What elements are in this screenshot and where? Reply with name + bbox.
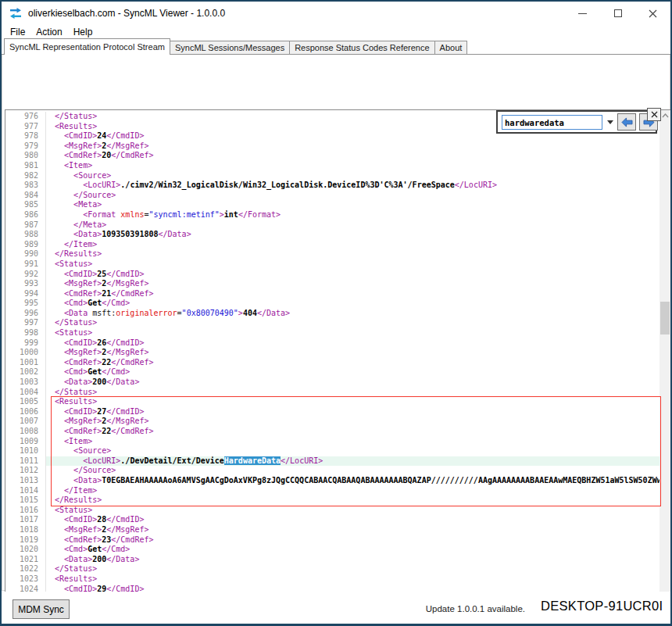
code-line: 1022 </Status> [5, 564, 659, 574]
code-line: 996 <Data msft:originalerror="0x80070490… [5, 309, 659, 319]
search-input[interactable] [502, 115, 602, 130]
line-number: 1002 [5, 367, 46, 377]
code-line: 1020 <Cmd>Get</Cmd> [5, 545, 659, 555]
tab-status-codes[interactable]: Response Status Codes Reference [289, 41, 434, 55]
line-number: 1009 [5, 437, 46, 447]
app-window: oliverkieselbach.com - SyncML Viewer - 1… [0, 0, 672, 626]
code-line: 1009 <Item> [5, 437, 659, 447]
find-previous-button[interactable] [617, 113, 636, 131]
code-line: 993 <MsgRef>2</MsgRef> [5, 279, 659, 289]
line-number: 1012 [5, 466, 46, 476]
update-available-text: Update 1.0.0.1 available. [426, 604, 525, 613]
app-sync-arrows-icon [9, 7, 22, 20]
close-icon [651, 111, 658, 118]
maximize-icon [614, 9, 622, 17]
tab-strip: SyncML Representation Protocol Stream Sy… [2, 39, 670, 55]
line-number: 986 [5, 210, 46, 220]
tab-about[interactable]: About [434, 41, 468, 55]
code-line: 999 <CmdID>26</CmdID> [5, 338, 659, 349]
vertical-scroll-thumb[interactable] [660, 302, 670, 334]
line-number: 1000 [5, 348, 46, 358]
maximize-button[interactable] [600, 2, 635, 25]
line-number: 1006 [5, 407, 46, 417]
code-line: 1004 </Status> [5, 388, 659, 398]
line-number: 1011 [5, 456, 46, 467]
code-line: 984 </Source> [5, 191, 659, 201]
line-number: 1022 [5, 564, 46, 574]
code-line: 981 <Item> [5, 161, 659, 171]
line-number: 1016 [5, 506, 46, 516]
code-line: 991 <Status> [5, 259, 659, 270]
line-number: 1013 [5, 476, 46, 486]
line-number: 981 [5, 161, 46, 171]
line-number: 987 [5, 220, 46, 231]
line-number: 996 [5, 309, 46, 319]
line-number: 990 [5, 249, 46, 259]
arrow-left-icon [621, 117, 633, 127]
line-number: 1014 [5, 486, 46, 496]
line-number: 1023 [5, 574, 46, 585]
scroll-up-icon[interactable] [659, 110, 670, 121]
line-number: 994 [5, 289, 46, 299]
menu-file[interactable]: File [5, 27, 30, 38]
search-close-button[interactable] [647, 108, 661, 121]
line-number: 997 [5, 318, 46, 328]
menu-help[interactable]: Help [68, 27, 98, 38]
code-line: 988 <Data>109350391808</Data> [5, 230, 659, 240]
line-number: 984 [5, 191, 46, 201]
tab-sessions-messages[interactable]: SyncML Sessions/Messages [170, 41, 290, 55]
line-number: 1008 [5, 427, 46, 437]
line-number: 1010 [5, 446, 46, 456]
code-line: 1018 <MsgRef>2</MsgRef> [5, 525, 659, 535]
code-line: 1013 <Data>T0EGBAEAHAAAAAoA6AMVSgAACgDoA… [5, 476, 659, 486]
code-line: 983 <LocURI>./cimv2/Win32_LogicalDisk/Wi… [5, 181, 659, 191]
code-line: 1003 <Data>200</Data> [5, 377, 659, 388]
code-editor[interactable]: 976 </Status>977 <Results>978 <CmdID>24<… [5, 109, 671, 617]
code-line: 1000 <MsgRef>2</MsgRef> [5, 348, 659, 358]
line-number: 1004 [5, 388, 46, 398]
line-number: 982 [5, 171, 46, 181]
line-number: 1017 [5, 515, 46, 525]
code-line: 992 <CmdID>25</CmdID> [5, 270, 659, 280]
line-number: 976 [5, 112, 46, 122]
tab-page: 976 </Status>977 <Results>978 <CmdID>24<… [2, 55, 670, 591]
code-line: 1016 <Status> [5, 506, 659, 516]
search-match: HardwareData [224, 456, 281, 465]
tab-protocol-stream[interactable]: SyncML Representation Protocol Stream [4, 38, 170, 55]
menu-action[interactable]: Action [30, 27, 67, 38]
minimize-icon [578, 13, 587, 14]
code-line: 979 <MsgRef>2</MsgRef> [5, 141, 659, 152]
code-line: 1005 <Results> [5, 397, 659, 407]
vertical-scrollbar[interactable] [659, 110, 670, 603]
line-number: 992 [5, 270, 46, 280]
device-name: DESKTOP-91UCR0I [541, 599, 663, 613]
window-title: oliverkieselbach.com - SyncML Viewer - 1… [28, 2, 225, 25]
line-number: 1007 [5, 417, 46, 427]
line-number: 988 [5, 230, 46, 240]
code-line: 1007 <MsgRef>2</MsgRef> [5, 417, 659, 427]
code-line: 1008 <CmdRef>22</CmdRef> [5, 427, 659, 437]
code-line: 995 <Cmd>Get</Cmd> [5, 299, 659, 309]
menu-bar: File Action Help [2, 25, 670, 39]
close-button[interactable] [635, 2, 670, 25]
code-line: 994 <CmdRef>21</CmdRef> [5, 289, 659, 299]
code-line: 1006 <CmdID>27</CmdID> [5, 407, 659, 417]
line-number: 977 [5, 122, 46, 132]
line-number: 980 [5, 151, 46, 161]
line-number: 983 [5, 181, 46, 191]
mdm-sync-button[interactable]: MDM Sync [13, 599, 70, 619]
close-icon [649, 9, 657, 18]
code-line: 1002 <Cmd>Get</Cmd> [5, 367, 659, 377]
line-number: 991 [5, 259, 46, 270]
line-number: 1001 [5, 358, 46, 368]
code-line: 997 </Status> [5, 318, 659, 328]
minimize-button[interactable] [565, 2, 600, 25]
search-dropdown-icon[interactable] [607, 120, 613, 124]
line-number: 998 [5, 328, 46, 338]
line-number: 1003 [5, 377, 46, 388]
line-number: 989 [5, 240, 46, 250]
code-line: 982 <Source> [5, 171, 659, 181]
title-bar: oliverkieselbach.com - SyncML Viewer - 1… [2, 2, 670, 25]
line-number: 993 [5, 279, 46, 289]
code-line: 1010 <Source> [5, 446, 659, 456]
